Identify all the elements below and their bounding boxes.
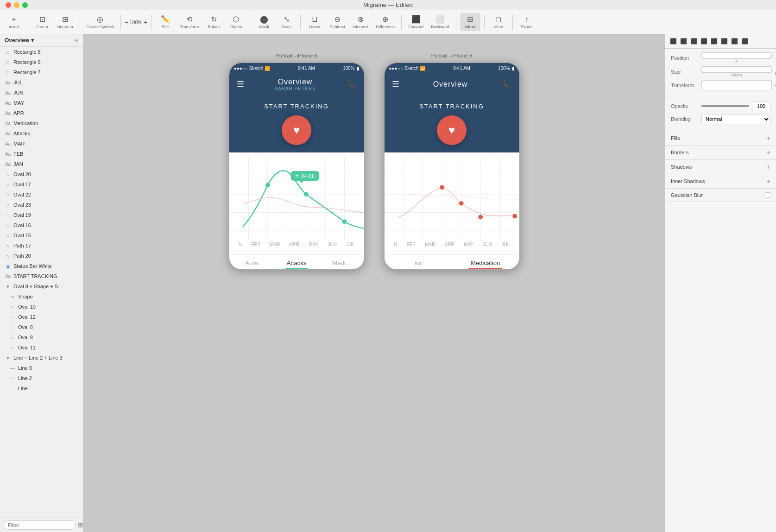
sidebar-item-oval10[interactable]: ○Oval 10 <box>0 302 83 312</box>
sidebar-item-medication[interactable]: AaMedication <box>0 118 83 128</box>
opacity-slider[interactable] <box>701 105 749 107</box>
difference-button[interactable]: ⊕ Difference <box>373 13 397 31</box>
opacity-input[interactable] <box>752 101 770 111</box>
align-center-h-icon[interactable]: ⬛ <box>679 37 688 45</box>
sidebar-item-rect9[interactable]: □Rectangle 9 <box>0 57 83 67</box>
shadows-section-header[interactable]: Shadows + <box>665 160 776 174</box>
export-button[interactable]: ↑ Export <box>517 13 537 31</box>
close-button[interactable] <box>6 2 11 8</box>
maximize-button[interactable] <box>22 2 28 8</box>
rotate-input[interactable] <box>701 80 772 90</box>
phone1-menu-icon[interactable]: ☰ <box>237 79 244 89</box>
filter-input[interactable] <box>4 520 76 530</box>
align-bottom-icon[interactable]: ⬛ <box>720 37 728 45</box>
ungroup-button[interactable]: ⊞ Ungroup <box>54 13 76 31</box>
phone2-call-icon[interactable]: 📞 <box>502 79 512 89</box>
align-top-icon[interactable]: ⬛ <box>700 37 708 45</box>
distribute-v-icon[interactable]: ⬛ <box>740 37 749 45</box>
sidebar-item-oval23[interactable]: ○Oval 23 <box>0 200 83 210</box>
gaussian-blur-section-header[interactable]: Gaussian Blur <box>665 189 776 202</box>
create-symbol-button[interactable]: ◎ Create Symbol <box>84 13 117 31</box>
sidebar-item-may[interactable]: AaMAY <box>0 98 83 108</box>
sidebar-item-oval15[interactable]: ○Oval 15 <box>0 230 83 241</box>
sidebar-item-linegroup[interactable]: ▼Line + Line 2 + Line 3 <box>0 353 83 363</box>
view-button[interactable]: ◻ View <box>488 13 509 31</box>
sidebar-collapse-icon[interactable]: ⊟ <box>74 38 78 44</box>
align-right-icon[interactable]: ⬛ <box>689 37 698 45</box>
blending-select[interactable]: Normal <box>701 114 770 124</box>
sidebar-item-oval22[interactable]: ○Oval 22 <box>0 190 83 200</box>
sidebar-item-oval19[interactable]: ○Oval 19 <box>0 210 83 220</box>
sidebar-item-oval9[interactable]: ○Oval 9 <box>0 332 83 342</box>
sidebar-item-icon-attacks: Aa <box>5 131 11 136</box>
mask-button[interactable]: ⬤ Mask <box>254 13 274 31</box>
zoom-in-button[interactable]: + <box>143 19 147 26</box>
inner-shadows-section-header[interactable]: Inner Shadows + <box>665 174 776 189</box>
sidebar-item-oval16[interactable]: ○Oval 16 <box>0 220 83 230</box>
sidebar-item-path17[interactable]: ∿Path 17 <box>0 241 83 251</box>
phone1-track-button[interactable]: ♥ <box>282 115 311 145</box>
phone2-menu-icon[interactable]: ☰ <box>392 79 399 89</box>
zoom-out-button[interactable]: − <box>125 19 128 26</box>
align-center-v-icon[interactable]: ⬛ <box>710 37 718 45</box>
sidebar-item-starttracking[interactable]: AaSTART TRACKING <box>0 271 83 281</box>
sidebar-item-oval17[interactable]: ○Oval 17 <box>0 179 83 190</box>
sidebar-item-line3[interactable]: —Line 3 <box>0 363 83 373</box>
flatten-button[interactable]: ⬡ Flatten <box>226 13 246 31</box>
insert-button[interactable]: + Insert <box>4 13 24 31</box>
sidebar-item-line2[interactable]: —Line 2 <box>0 373 83 383</box>
sidebar-item-apr[interactable]: AaAPR <box>0 108 83 118</box>
sidebar-item-oval8[interactable]: ○Oval 8 <box>0 322 83 332</box>
canvas-area[interactable]: Portrait - iPhone 6 ●●●○○ Sketch 📶 9:41 … <box>83 34 665 532</box>
sidebar-item-rect7[interactable]: □Rectangle 7 <box>0 67 83 77</box>
backward-button[interactable]: ⬜ Backward <box>428 13 452 31</box>
width-input[interactable] <box>701 66 772 73</box>
sidebar-item-statusbar[interactable]: ▣Status Bar White <box>0 261 83 271</box>
gaussian-blur-checkbox[interactable] <box>765 192 770 198</box>
x-input[interactable] <box>701 52 772 59</box>
phone1-tab-aura[interactable]: Aura <box>229 255 274 269</box>
phone1-tab-medi[interactable]: Medi... <box>319 255 364 269</box>
sidebar-item-shape[interactable]: ∿Shape <box>0 291 83 302</box>
sidebar-item-label-apr: APR <box>13 110 24 116</box>
sidebar-overview-dropdown[interactable]: Overview ▾ <box>5 37 34 44</box>
fills-section-header[interactable]: Fills + <box>665 131 776 146</box>
fills-add-icon[interactable]: + <box>767 135 770 141</box>
sidebar-item-rect8[interactable]: □Rectangle 8 <box>0 47 83 57</box>
sidebar-item-oval12[interactable]: ○Oval 12 <box>0 312 83 322</box>
forward-button[interactable]: ⬛ Forward <box>405 13 426 31</box>
minimize-button[interactable] <box>14 2 19 8</box>
borders-section-header[interactable]: Borders + <box>665 146 776 160</box>
align-left-icon[interactable]: ⬛ <box>669 37 677 45</box>
transform-button[interactable]: ⟲ Transform <box>177 13 202 31</box>
distribute-h-icon[interactable]: ⬛ <box>730 37 738 45</box>
sidebar-item-jun[interactable]: AaJUN <box>0 88 83 98</box>
union-button[interactable]: ⊔ Union <box>304 13 325 31</box>
phone2-tab-medication[interactable]: Medication <box>452 255 519 269</box>
sidebar-item-mar[interactable]: AaMAR <box>0 139 83 149</box>
phone2-track-button[interactable]: ♥ <box>437 115 467 145</box>
intersect-button[interactable]: ⊗ Intersect <box>350 13 372 31</box>
borders-add-icon[interactable]: + <box>767 149 770 156</box>
phone1-call-icon[interactable]: 📞 <box>347 79 357 89</box>
phone2-tab-attacks[interactable]: ks <box>385 255 452 269</box>
sidebar-item-oval11[interactable]: ○Oval 11 <box>0 342 83 353</box>
sidebar-item-path20[interactable]: ∿Path 20 <box>0 251 83 261</box>
inner-shadows-add-icon[interactable]: + <box>767 178 770 184</box>
phone1-tab-attacks[interactable]: Attacks <box>274 255 319 269</box>
sidebar-item-oval20[interactable]: ○Oval 20 <box>0 169 83 179</box>
mirror-button[interactable]: ⊟ Mirror <box>460 13 480 31</box>
scale-button[interactable]: ⤡ Scale <box>276 13 297 31</box>
edit-button[interactable]: ✏️ Edit <box>155 13 176 31</box>
subtract-button[interactable]: ⊖ Subtract <box>327 13 348 31</box>
sidebar-item-line[interactable]: —Line <box>0 383 83 393</box>
shadows-add-icon[interactable]: + <box>767 164 770 170</box>
sidebar-item-oval8group[interactable]: ▼Oval 8 + Shape + S... <box>0 281 83 291</box>
sidebar-item-jan[interactable]: AaJAN <box>0 159 83 169</box>
group-button[interactable]: ⊡ Group <box>32 13 52 31</box>
sidebar-item-jul[interactable]: AaJUL <box>0 77 83 88</box>
sidebar-item-feb[interactable]: AaFEB <box>0 149 83 159</box>
sidebar-item-attacks[interactable]: AaAttacks <box>0 128 83 139</box>
rotate-button[interactable]: ↻ Rotate <box>203 13 224 31</box>
sidebar-add-icon[interactable]: ⊞ <box>78 521 83 529</box>
